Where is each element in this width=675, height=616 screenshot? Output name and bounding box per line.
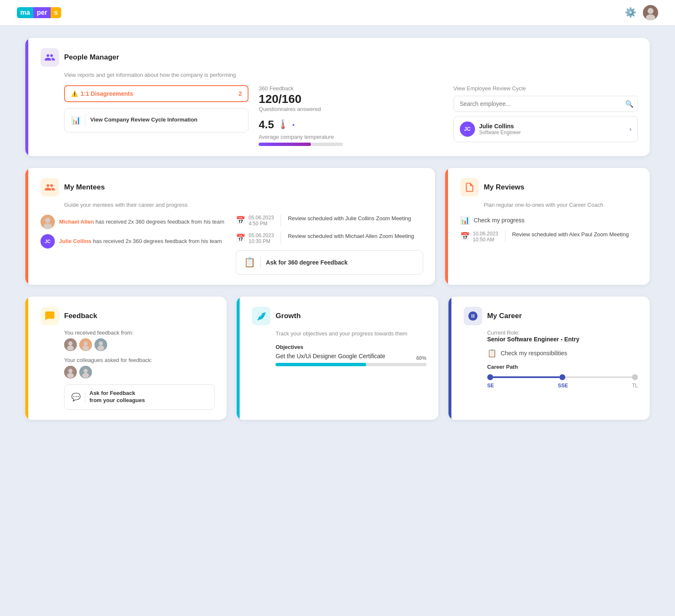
row3: Feedback You received feedback from: You…: [25, 297, 650, 420]
review-meeting-date-block: 10.06.2023 10:50 AM: [473, 231, 498, 243]
meeting-date-block-1: 05.06.2023 4:50 PM: [248, 215, 274, 227]
cp-node-tl: [632, 374, 638, 380]
mentee-text-2: Julie Collins has received 2x 360 degree…: [59, 238, 222, 245]
employee-name: Julie Collins: [479, 123, 521, 130]
reviews-header: My Reviews: [460, 178, 638, 197]
career-path-label: Career Path: [487, 364, 638, 370]
gear-icon[interactable]: ⚙️: [625, 7, 636, 18]
btn-divider: [260, 257, 261, 268]
cp-node-se: [487, 374, 493, 380]
logo-s: s: [51, 7, 61, 18]
ask-feedback-divider: [85, 391, 85, 403]
svg-point-17: [67, 373, 74, 378]
ask-feedback-button[interactable]: 💬 Ask for Feedback from your colleagues: [64, 384, 215, 410]
ask-360-feedback-button[interactable]: 📋 Ask for 360 degree Feedback: [236, 250, 423, 275]
employee-search-button[interactable]: 🔍: [625, 100, 634, 108]
received-avatar-2: [79, 338, 92, 351]
pm-title: People Manager: [64, 53, 119, 62]
feedback-header: Feedback: [40, 307, 215, 325]
career-path-labels: SE SSE TL: [487, 383, 638, 389]
svg-point-4: [45, 218, 50, 223]
mentee-feedback-1: has received 2x 360 degrees feedback fro…: [95, 219, 224, 225]
my-mentees-card: My Mentees Guide your mentees with their…: [25, 168, 435, 285]
mentee-avatar-2: JC: [40, 234, 55, 249]
svg-point-5: [43, 223, 52, 229]
svg-point-19: [84, 369, 88, 373]
temp-progress-fill: [259, 143, 311, 146]
objective-progress: 60%: [275, 363, 426, 366]
pm-subtitle: View reports and get information about h…: [64, 71, 638, 79]
cp-line-1: [493, 376, 560, 378]
feedback-received-avatars: [64, 338, 215, 351]
feedback-received-label: You received feedback from:: [64, 330, 215, 336]
current-role-label: Current Role:: [487, 330, 638, 336]
asked-avatar-2: [79, 366, 92, 378]
feedback-icon-wrap: [40, 307, 59, 325]
svg-point-7: [68, 341, 73, 346]
questionnaires-label: Questionnaires answered: [259, 106, 443, 112]
divider: [85, 113, 85, 127]
mentee-item-1: Michael Allen has received 2x 360 degree…: [40, 215, 227, 229]
alert-count: 2: [239, 90, 242, 97]
employee-search-input[interactable]: Julie Collins: [454, 96, 638, 112]
temperature-row: 4.5 🌡️ ●: [259, 118, 443, 131]
review-meeting-desc: Review scheduled with Alex Paul Zoom Mee…: [512, 231, 629, 238]
feedback-icon: [44, 311, 55, 322]
feedback-asked-label: Your colleagues asked for feedback:: [64, 357, 215, 363]
cp-label-tl: TL: [632, 383, 638, 389]
meeting-desc-1: Review scheduled with Julie Collins Zoom…: [288, 215, 411, 222]
reviews-icon: [464, 182, 475, 193]
my-reviews-card: My Reviews Plan regular one-to-ones with…: [445, 168, 650, 285]
header: ma per s ⚙️: [0, 0, 675, 25]
my-career-card: My Career Current Role: Senior Software …: [448, 297, 650, 420]
card-accent-reviews: [445, 168, 448, 285]
ask-feedback-label: Ask for Feedback from your colleagues: [89, 390, 145, 404]
employee-search-wrapper: Julie Collins 🔍: [454, 96, 638, 112]
reviews-content: 📊 Check my progress 📅 10.06.2023 10:50 A…: [460, 216, 638, 243]
employee-result-item[interactable]: JC Julie Collins Software Engineer ›: [454, 116, 638, 142]
row2: My Mentees Guide your mentees with their…: [25, 168, 650, 285]
svg-point-8: [67, 346, 74, 351]
alert-box[interactable]: ⚠️ 1:1 Disagreements 2: [64, 85, 248, 102]
pm-center-section: 360 Feedback 120/160 Questionnaires answ…: [259, 85, 443, 146]
meeting-item-1: 📅 05.06.2023 4:50 PM Review scheduled wi…: [236, 215, 423, 227]
mentees-subtitle: Guide your mentees with their career and…: [64, 201, 423, 209]
cp-line-2: [565, 376, 632, 378]
avatar[interactable]: [643, 5, 658, 20]
mentees-icon: [44, 182, 55, 193]
header-right: ⚙️: [625, 5, 658, 20]
review-meeting-item: 📅 10.06.2023 10:50 AM Review scheduled w…: [460, 231, 638, 243]
growth-content: Objectives Get the Ux/Ui Designer Google…: [275, 344, 426, 366]
mentee-name-2[interactable]: Julie Collins: [59, 238, 92, 244]
chevron-right-icon: ›: [629, 125, 632, 133]
temp-progress-bar: [259, 143, 343, 146]
check-responsibilities-label: Check my responsibilities: [501, 350, 567, 357]
mentee-name-1[interactable]: Michael Allen: [59, 219, 94, 225]
meeting-date-1: 05.06.2023: [248, 215, 274, 221]
employee-result-left: JC Julie Collins Software Engineer: [460, 122, 521, 137]
card-accent-yellow: [25, 297, 28, 420]
feedback-360-btn-icon: 📋: [244, 257, 255, 268]
card-accent-orange: [25, 168, 28, 285]
growth-subtitle: Track your objectives and your progress …: [275, 330, 426, 338]
review-cycle-button[interactable]: 📊 View Company Review Cycle Information: [64, 108, 248, 132]
thermometer-icon: 🌡️: [277, 119, 289, 130]
check-progress-button[interactable]: 📊 Check my progress: [460, 216, 638, 225]
svg-point-16: [68, 369, 73, 373]
review-meeting-time: 10:50 AM: [473, 237, 498, 243]
mentees-inner-grid: Michael Allen has received 2x 360 degree…: [40, 215, 423, 275]
chart-icon: 📊: [71, 116, 81, 125]
check-responsibilities-button[interactable]: 📋 Check my responsibilities: [487, 349, 638, 358]
mentee-avatar-1: [40, 215, 55, 229]
feedback-card: Feedback You received feedback from: You…: [25, 297, 227, 420]
objectives-label: Objectives: [275, 344, 426, 350]
feedback-content: You received feedback from: Your colleag…: [64, 330, 215, 410]
card-accent: [25, 38, 28, 156]
review-cycle-label: View Company Review Cycle Information: [90, 116, 197, 124]
svg-point-11: [82, 346, 89, 351]
review-calendar-icon: 📅: [460, 232, 470, 241]
svg-point-20: [82, 373, 89, 378]
logo-ma: ma: [17, 7, 33, 18]
temp-label: Average company temperature: [259, 134, 443, 140]
cp-node-sse: [559, 374, 565, 380]
